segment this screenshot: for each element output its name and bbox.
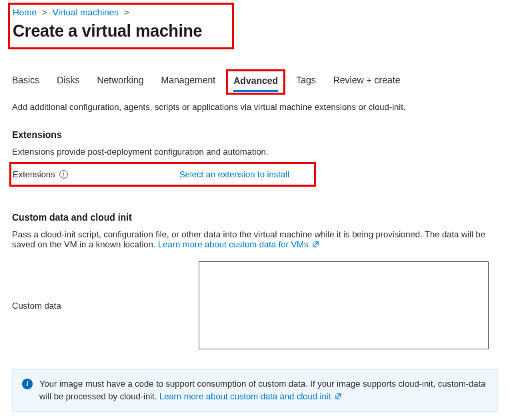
page-title: Create a virtual machine	[13, 21, 202, 41]
extensions-heading: Extensions	[12, 129, 498, 140]
info-box-text: Your image must have a code to support c…	[39, 378, 488, 403]
info-icon[interactable]: i	[59, 170, 68, 179]
custom-data-desc: Pass a cloud-init script, configuration …	[12, 229, 498, 249]
tab-advanced-highlight: Advanced	[226, 69, 285, 95]
select-extension-link[interactable]: Select an extension to install	[179, 169, 289, 179]
chevron-right-icon: >	[39, 7, 50, 17]
tab-bar: Basics Disks Networking Management Advan…	[12, 72, 498, 93]
tab-management[interactable]: Management	[161, 72, 216, 93]
info-box: i Your image must have a code to support…	[12, 369, 498, 412]
learn-more-cloud-init-link[interactable]: Learn more about custom data and cloud i…	[159, 391, 342, 401]
extensions-row-highlight: Extensions i Select an extension to inst…	[9, 162, 316, 187]
tab-basics[interactable]: Basics	[12, 72, 39, 93]
extensions-label-text: Extensions	[13, 169, 55, 179]
learn-more-link-text: Learn more about custom data for VMs	[158, 239, 308, 249]
external-link-icon	[335, 391, 342, 399]
chevron-right-icon: >	[121, 7, 132, 17]
tab-intro-text: Add additional configuration, agents, sc…	[12, 102, 498, 112]
tab-review-create[interactable]: Review + create	[333, 72, 401, 93]
custom-data-label: Custom data	[12, 261, 199, 349]
extensions-field-label: Extensions i	[13, 169, 179, 179]
header-highlight: Home > Virtual machines > Create a virtu…	[8, 3, 234, 49]
tab-disks[interactable]: Disks	[57, 72, 79, 93]
breadcrumb-virtual-machines[interactable]: Virtual machines	[52, 7, 119, 17]
learn-more-custom-data-vms-link[interactable]: Learn more about custom data for VMs	[158, 239, 319, 249]
breadcrumb-home[interactable]: Home	[13, 7, 37, 17]
custom-data-heading: Custom data and cloud init	[12, 212, 498, 223]
custom-data-row: Custom data	[12, 261, 498, 349]
tab-networking[interactable]: Networking	[97, 72, 143, 93]
extensions-desc: Extensions provide post-deployment confi…	[12, 147, 498, 157]
learn-more-cloud-init-text: Learn more about custom data and cloud i…	[159, 391, 331, 401]
custom-data-textarea[interactable]	[199, 261, 489, 349]
tab-advanced[interactable]: Advanced	[233, 73, 278, 92]
external-link-icon	[312, 240, 319, 247]
info-icon: i	[22, 379, 33, 389]
tab-tags[interactable]: Tags	[296, 72, 316, 93]
breadcrumb: Home > Virtual machines >	[13, 6, 202, 20]
